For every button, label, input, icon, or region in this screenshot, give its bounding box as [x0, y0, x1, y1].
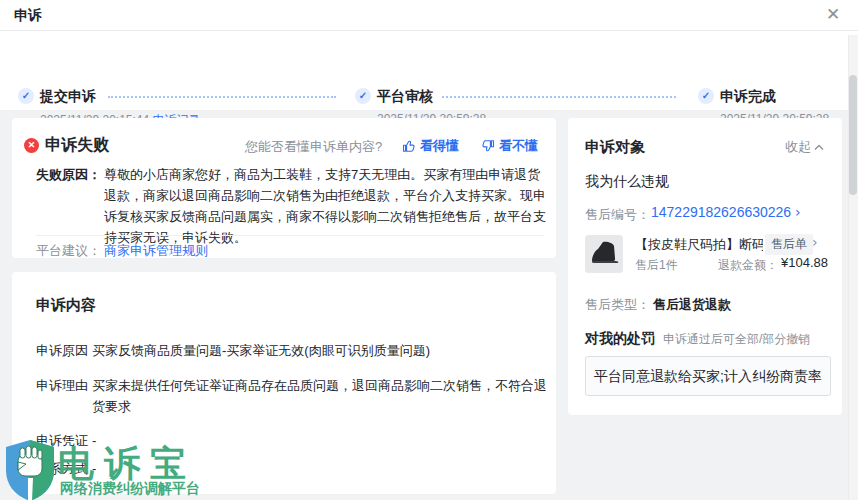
step2-check-icon: ✓ [355, 88, 371, 104]
appeal-reason-label: 申诉原因 [36, 342, 88, 360]
aftersale-type-label: 售后类型： [585, 296, 650, 314]
appeal-target-card: 申诉对象 收起 我为什么违规 售后编号： 147229182626630226 … [568, 118, 842, 415]
not-understand-button[interactable]: 看不懂 [481, 137, 538, 155]
not-understand-label: 看不懂 [499, 137, 538, 155]
thumbs-down-icon [481, 139, 495, 153]
appeal-reason-value: 买家反馈商品质量问题-买家举证无效(肉眼可识别质量问题) [92, 340, 548, 361]
feedback-question: 您能否看懂申诉单内容? [245, 138, 382, 156]
step2-label: 平台审核 [377, 88, 433, 106]
step3-label: 申诉完成 [720, 88, 776, 106]
step-connector-1 [108, 96, 336, 98]
thumbs-up-icon [402, 139, 416, 153]
appeal-target-title: 申诉对象 [585, 138, 645, 157]
step1-check-icon: ✓ [18, 88, 34, 104]
aftersale-type-value: 售后退货退款 [653, 294, 731, 315]
platform-suggestion-label: 平台建议： [36, 242, 101, 260]
contact-method-label: 联系方式 [36, 460, 88, 478]
aftersale-no-value: 147229182626630226 [651, 204, 791, 220]
contact-method-value: - [92, 458, 96, 479]
product-chevron-icon[interactable]: › [812, 234, 818, 250]
shoe-image [585, 235, 623, 273]
product-image [585, 235, 623, 273]
why-violation-text[interactable]: 我为什么违规 [585, 171, 669, 192]
appeal-modal: 申诉 ✕ ✓ 提交申诉 2025/11/29 20:15:44 申诉记录 ✓ 平… [0, 0, 858, 500]
fail-reason-label: 失败原因： [36, 166, 101, 184]
chevron-right-icon: › [795, 204, 801, 220]
appeal-argument-value: 买家未提供任何凭证举证商品存在品质问题，退回商品影响二次销售，不符合退货要求 [92, 375, 548, 417]
modal-title: 申诉 [14, 7, 42, 25]
aftersale-no-label: 售后编号： [585, 206, 650, 224]
appeal-rules-link[interactable]: 商家申诉管理规则 [104, 240, 208, 261]
appeal-evidence-value: - [92, 430, 96, 451]
appeal-result-card: ✕ 申诉失败 您能否看懂申诉单内容? 看得懂 看不懂 失败原因： 尊敬的小店商家… [12, 118, 556, 258]
penalty-note: 申诉通过后可全部/部分撤销 [663, 331, 810, 348]
penalty-label: 对我的处罚 [585, 328, 655, 349]
understand-button[interactable]: 看得懂 [402, 137, 459, 155]
stepper: ✓ 提交申诉 2025/11/29 20:15:44 申诉记录 ✓ 平台审核 2… [0, 31, 858, 110]
close-icon[interactable]: ✕ [822, 4, 844, 26]
refund-amount-value: ¥104.88 [781, 255, 828, 270]
scrollbar-thumb[interactable] [849, 75, 857, 195]
aftersale-no-link[interactable]: 147229182626630226 › [651, 204, 801, 220]
appeal-argument-label: 申诉理由 [36, 377, 88, 395]
appeal-content-title: 申诉内容 [36, 296, 96, 315]
product-title: 【按皮鞋尺码拍】断码清仓... [635, 236, 763, 254]
step-connector-2 [442, 96, 676, 98]
aftersale-quantity: 售后1件 [635, 257, 678, 274]
appeal-content-card: 申诉内容 申诉原因 买家反馈商品质量问题-买家举证无效(肉眼可识别质量问题) 申… [12, 272, 556, 494]
divider [36, 235, 544, 236]
scrollbar-track[interactable] [848, 35, 858, 500]
collapse-label: 收起 [785, 138, 811, 156]
penalty-result-button[interactable]: 平台同意退款给买家;计入纠纷商责率 [585, 356, 831, 396]
step1-label: 提交申诉 [40, 88, 96, 106]
appeal-evidence-label: 申诉凭证 [36, 432, 88, 450]
fail-status-text: 申诉失败 [45, 135, 109, 156]
fail-status-icon: ✕ [24, 138, 39, 153]
step3-check-icon: ✓ [698, 88, 714, 104]
collapse-button[interactable]: 收起 [785, 138, 824, 156]
modal-header: 申诉 ✕ [0, 0, 858, 31]
aftersale-badge: 售后单 [765, 234, 813, 255]
chevron-up-icon [814, 144, 824, 151]
understand-label: 看得懂 [420, 137, 459, 155]
refund-amount-label: 退款金额： [718, 257, 778, 274]
